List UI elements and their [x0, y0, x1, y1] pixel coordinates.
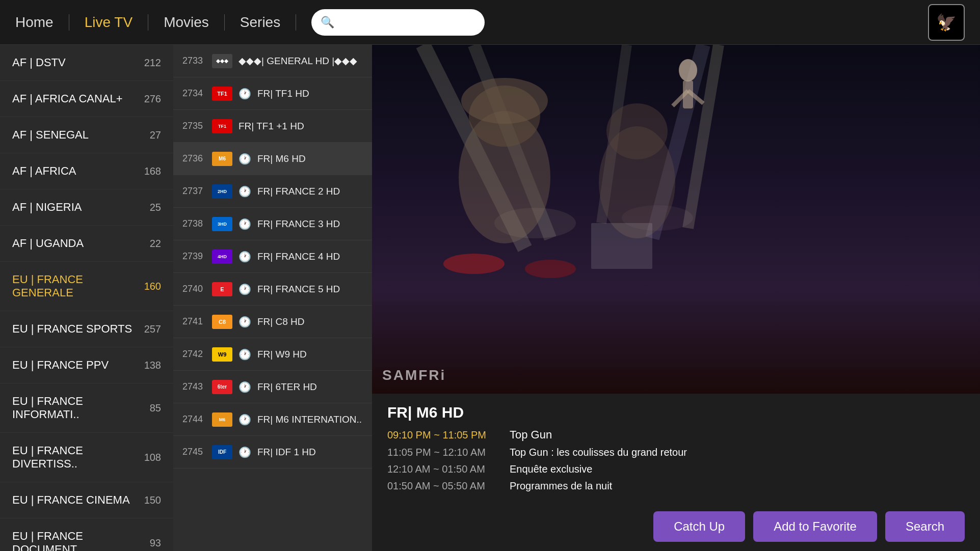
svg-point-15	[606, 103, 668, 159]
channel-logo: TF1	[212, 87, 232, 101]
sidebar-item[interactable]: EU | FRANCE GENERALE160	[0, 262, 173, 311]
channel-logo: ◆◆◆	[212, 54, 232, 68]
search-bar[interactable]: 🔍	[311, 9, 485, 36]
top-navigation: Home Live TV Movies Series 🔍 🦅	[0, 0, 980, 45]
sidebar-item[interactable]: AF | AFRICA CANAL+276	[0, 81, 173, 117]
clock-icon: 🕐	[239, 218, 251, 230]
channel-item[interactable]: 2733 ◆◆◆ ◆◆◆| GENERAL HD |◆◆◆	[173, 45, 372, 77]
add-favorite-button[interactable]: Add to Favorite	[753, 511, 877, 542]
svg-rect-18	[591, 223, 652, 269]
channel-logo: W9	[212, 347, 232, 362]
programs-container: 09:10 PM ~ 11:05 PM Top Gun 11:05 PM ~ 1…	[387, 428, 965, 492]
channel-item[interactable]: 2734 TF1 🕐 FR| TF1 HD	[173, 77, 372, 110]
channel-logo: IDF	[212, 445, 232, 459]
action-buttons: Catch Up Add to Favorite Search	[372, 505, 980, 551]
svg-point-17	[525, 260, 576, 278]
clock-icon: 🕐	[239, 414, 251, 426]
svg-point-7	[679, 59, 697, 81]
sidebar-item[interactable]: EU | FRANCE CINEMA150	[0, 482, 173, 518]
clock-icon: 🕐	[239, 153, 251, 165]
program-title: Programmes de la nuit	[510, 480, 612, 492]
search-input[interactable]	[339, 16, 475, 28]
program-row: 11:05 PM ~ 12:10 AM Top Gun : les coulis…	[387, 447, 965, 458]
info-panel: FR| M6 HD 09:10 PM ~ 11:05 PM Top Gun 11…	[372, 394, 980, 505]
sidebar-item[interactable]: AF | AFRICA168	[0, 153, 173, 189]
app-logo: 🦅	[928, 4, 965, 41]
channel-title: FR| M6 HD	[387, 404, 965, 421]
svg-point-16	[443, 254, 505, 274]
sidebar-item[interactable]: EU | FRANCE PPV138	[0, 347, 173, 383]
channel-item[interactable]: 2745 IDF 🕐 FR| IDF 1 HD	[173, 436, 372, 469]
program-title: Top Gun : les coulisses du grand retour	[510, 447, 687, 458]
video-panel: SAMFRi FR| M6 HD 09:10 PM ~ 11:05 PM Top…	[372, 45, 980, 551]
stage-lights	[372, 45, 980, 394]
channel-item[interactable]: 2740 E 🕐 FR| FRANCE 5 HD	[173, 273, 372, 306]
sidebar-item[interactable]: EU | FRANCE SPORTS257	[0, 311, 173, 347]
channel-logo: M6	[212, 412, 232, 427]
program-time: 09:10 PM ~ 11:05 PM	[387, 429, 499, 441]
clock-icon: 🕐	[239, 283, 251, 295]
program-time: 11:05 PM ~ 12:10 AM	[387, 447, 499, 458]
sidebar-item[interactable]: AF | SENEGAL27	[0, 117, 173, 153]
stage-overlay-text: SAMFRi	[382, 367, 446, 383]
channel-item[interactable]: 2736 M6 🕐 FR| M6 HD	[173, 143, 372, 175]
program-row: 09:10 PM ~ 11:05 PM Top Gun	[387, 428, 965, 442]
channel-logo: C8	[212, 315, 232, 329]
clock-icon: 🕐	[239, 251, 251, 263]
program-row: 01:50 AM ~ 05:50 AM Programmes de la nui…	[387, 480, 965, 492]
svg-point-13	[461, 78, 548, 124]
sidebar-item[interactable]: AF | NIGERIA25	[0, 189, 173, 226]
channel-item[interactable]: 2735 TF1 FR| TF1 +1 HD	[173, 110, 372, 143]
clock-icon: 🕐	[239, 316, 251, 328]
channel-logo: M6	[212, 152, 232, 166]
video-background: SAMFRi	[372, 45, 980, 394]
channel-logo: E	[212, 282, 232, 296]
search-button[interactable]: Search	[885, 511, 965, 542]
channel-logo: 2HD	[212, 184, 232, 199]
sidebar-item[interactable]: EU | FRANCE INFORMATI..85	[0, 383, 173, 433]
program-row: 12:10 AM ~ 01:50 AM Enquête exclusive	[387, 463, 965, 475]
program-title: Top Gun	[510, 428, 552, 442]
channel-item[interactable]: 2741 C8 🕐 FR| C8 HD	[173, 306, 372, 338]
catch-up-button[interactable]: Catch Up	[653, 511, 745, 542]
channel-item[interactable]: 2744 M6 🕐 FR| M6 INTERNATION..	[173, 403, 372, 436]
category-sidebar: AF | DSTV212AF | AFRICA CANAL+276AF | SE…	[0, 45, 173, 551]
sidebar-item[interactable]: EU | FRANCE DIVERTISS..108	[0, 433, 173, 482]
clock-icon: 🕐	[239, 185, 251, 198]
sidebar-item[interactable]: EU | FRANCE DOCUMENT..93	[0, 518, 173, 551]
channel-item[interactable]: 2738 3HD 🕐 FR| FRANCE 3 HD	[173, 208, 372, 240]
program-title: Enquête exclusive	[510, 463, 592, 475]
sidebar-item[interactable]: AF | UGANDA22	[0, 226, 173, 262]
nav-movies[interactable]: Movies	[148, 14, 225, 31]
channel-list: 2733 ◆◆◆ ◆◆◆| GENERAL HD |◆◆◆ 2734 TF1 🕐…	[173, 45, 372, 551]
nav-live-tv[interactable]: Live TV	[69, 14, 148, 31]
channel-item[interactable]: 2743 6ter 🕐 FR| 6TER HD	[173, 371, 372, 403]
clock-icon: 🕐	[239, 348, 251, 361]
channel-logo: 4HD	[212, 250, 232, 264]
clock-icon: 🕐	[239, 88, 251, 100]
channel-item[interactable]: 2742 W9 🕐 FR| W9 HD	[173, 338, 372, 371]
channel-item[interactable]: 2739 4HD 🕐 FR| FRANCE 4 HD	[173, 240, 372, 273]
channel-logo: TF1	[212, 119, 232, 133]
nav-home[interactable]: Home	[15, 14, 69, 31]
channel-logo: 3HD	[212, 217, 232, 231]
main-content: AF | DSTV212AF | AFRICA CANAL+276AF | SE…	[0, 45, 980, 551]
clock-icon: 🕐	[239, 381, 251, 393]
sidebar-item[interactable]: AF | DSTV212	[0, 45, 173, 81]
program-time: 01:50 AM ~ 05:50 AM	[387, 480, 499, 492]
channel-item[interactable]: 2737 2HD 🕐 FR| FRANCE 2 HD	[173, 175, 372, 208]
nav-series[interactable]: Series	[225, 14, 296, 31]
clock-icon: 🕐	[239, 446, 251, 458]
program-time: 12:10 AM ~ 01:50 AM	[387, 463, 499, 475]
search-icon: 🔍	[321, 16, 334, 29]
video-area: SAMFRi	[372, 45, 980, 394]
channel-logo: 6ter	[212, 380, 232, 394]
